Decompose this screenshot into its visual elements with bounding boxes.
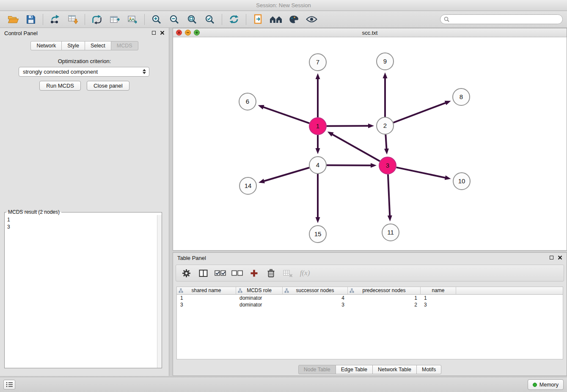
window-title: Session: New Session [256, 2, 311, 8]
import-table-button[interactable] [64, 13, 82, 26]
refresh-button[interactable] [225, 13, 243, 26]
minimize-window-icon[interactable] [185, 30, 191, 36]
graph-edge-3-10[interactable] [396, 167, 446, 178]
control-panel: Control Panel Network Style Select MCDS … [0, 28, 169, 376]
cell-shared-name[interactable]: 1 [177, 295, 236, 301]
graph-node-label: 4 [316, 161, 319, 168]
close-panel-icon[interactable] [160, 30, 165, 35]
column-header-predecessor-nodes[interactable]: predecessor nodes [348, 287, 421, 295]
cell-mcds-role[interactable]: dominator [236, 295, 283, 301]
network-graph[interactable]: 1234678910111415 [173, 37, 567, 250]
column-type-icon [284, 288, 289, 293]
zoom-window-icon[interactable] [194, 30, 200, 36]
memory-button[interactable]: Memory [528, 379, 564, 390]
unchecked-boxes-icon [231, 270, 243, 276]
function-builder-button[interactable]: f(x) [297, 267, 313, 279]
show-columns-button[interactable] [195, 267, 211, 279]
column-header-successor-nodes[interactable]: successor nodes [283, 287, 348, 295]
graph-edge-1-2[interactable] [327, 126, 369, 126]
combo-stepper-icon [143, 69, 146, 74]
close-window-icon[interactable] [176, 30, 182, 36]
delete-row-button[interactable] [263, 267, 279, 279]
open-session-button[interactable] [4, 13, 22, 26]
graph-edge-3-11[interactable] [388, 174, 390, 217]
graph-node-label: 14 [245, 182, 252, 189]
zoom-in-button[interactable] [148, 13, 165, 26]
float-panel-icon[interactable] [152, 31, 156, 35]
run-mcds-button[interactable]: Run MCDS [39, 81, 81, 91]
network-overview-button[interactable] [267, 13, 285, 26]
share-network-button[interactable] [88, 13, 106, 26]
save-session-button[interactable] [22, 13, 40, 26]
table-panel: Table Panel [173, 252, 567, 376]
select-all-columns-button[interactable] [212, 267, 228, 279]
table-row[interactable]: 1 dominator 4 1 1 [177, 295, 563, 301]
search-icon [444, 17, 449, 22]
zoom-in-icon [151, 14, 162, 25]
show-hide-graphics-button[interactable] [303, 13, 320, 26]
zoom-selected-icon [205, 14, 215, 25]
graph-edge-2-3[interactable] [385, 135, 386, 150]
tab-node-table[interactable]: Node Table [298, 365, 336, 374]
graph-node-label: 11 [387, 229, 394, 236]
result-scrollbar[interactable] [157, 215, 162, 368]
status-bar: Memory [0, 377, 567, 392]
graph-edge-1-6[interactable] [262, 107, 309, 123]
eye-icon [306, 16, 317, 23]
cell-predecessor-nodes[interactable]: 1 [348, 295, 421, 301]
delete-columns-button[interactable] [280, 267, 296, 279]
search-input[interactable] [451, 16, 559, 22]
column-header-name[interactable]: name [421, 287, 456, 295]
cell-predecessor-nodes[interactable]: 2 [348, 301, 421, 308]
task-history-button[interactable] [3, 380, 15, 389]
cell-mcds-role[interactable]: dominator [236, 301, 283, 308]
annotation-button[interactable] [249, 13, 267, 26]
tab-network-table[interactable]: Network Table [372, 365, 417, 374]
graph-edge-4-14[interactable] [263, 168, 309, 181]
cell-successor-nodes[interactable]: 4 [283, 295, 348, 301]
annotation-icon [253, 14, 263, 25]
toolbar-separator [222, 14, 222, 25]
deselect-all-columns-button[interactable] [229, 267, 245, 279]
mcds-result-title: MCDS result (2 nodes) [6, 209, 61, 215]
close-panel-icon[interactable] [558, 255, 562, 260]
search-field[interactable] [440, 14, 563, 24]
network-window-titlebar[interactable]: scc.txt [173, 28, 567, 37]
export-table-button[interactable] [106, 13, 124, 26]
criterion-select[interactable]: strongly connected component [19, 67, 149, 77]
zoom-fit-icon [187, 14, 197, 25]
table-row[interactable]: 3 dominator 3 2 3 [177, 301, 563, 308]
export-image-icon [127, 15, 138, 24]
add-row-button[interactable] [246, 267, 262, 279]
edge-arrowhead [384, 149, 389, 155]
column-type-icon [350, 288, 354, 293]
tab-network[interactable]: Network [30, 41, 62, 50]
graph-edge-4-3[interactable] [327, 165, 372, 166]
graph-edge-3-1[interactable] [331, 134, 380, 161]
apply-style-button[interactable] [285, 13, 303, 26]
close-panel-button[interactable]: Close panel [87, 81, 129, 91]
import-network-button[interactable] [46, 13, 64, 26]
cell-name[interactable]: 1 [421, 295, 456, 301]
zoom-selected-button[interactable] [201, 13, 219, 26]
tab-select[interactable]: Select [85, 41, 111, 50]
table-settings-button[interactable] [179, 267, 194, 279]
cell-successor-nodes[interactable]: 3 [283, 301, 348, 308]
column-header-mcds-role[interactable]: MCDS role [236, 287, 283, 295]
zoom-fit-button[interactable] [183, 13, 201, 26]
tab-edge-table[interactable]: Edge Table [336, 365, 373, 374]
tab-motifs[interactable]: Motifs [416, 365, 441, 374]
zoom-out-button[interactable] [165, 13, 183, 26]
export-image-button[interactable] [124, 13, 141, 26]
cell-name[interactable]: 3 [421, 301, 456, 308]
toolbar-separator [43, 14, 43, 25]
float-panel-icon[interactable] [550, 256, 553, 259]
graph-node-label: 15 [314, 230, 322, 237]
graph-edge-2-8[interactable] [394, 102, 447, 123]
cell-shared-name[interactable]: 3 [177, 301, 236, 308]
tab-style[interactable]: Style [61, 41, 85, 50]
column-header-shared-name[interactable]: shared name [177, 287, 236, 295]
tab-mcds[interactable]: MCDS [111, 41, 138, 50]
control-panel-tabs: Network Style Select MCDS [0, 41, 169, 50]
network-canvas-container: 1234678910111415 [173, 37, 567, 250]
